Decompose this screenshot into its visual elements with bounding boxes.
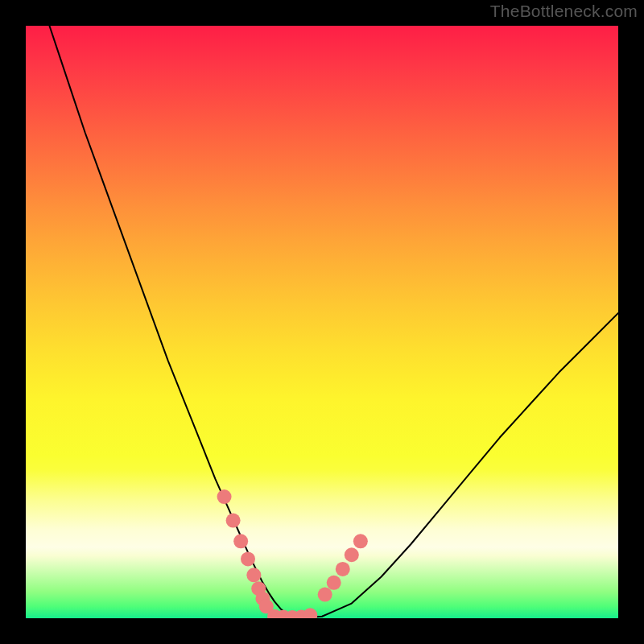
marker-dot (336, 562, 350, 576)
marker-dot (327, 576, 341, 590)
marker-dot (246, 568, 261, 582)
marker-dot (318, 588, 332, 602)
marker-dot (303, 608, 317, 618)
bottleneck-curve (49, 26, 618, 617)
marker-group (217, 489, 368, 618)
marker-dot (217, 489, 232, 504)
marker-dot (241, 551, 255, 566)
attribution-text: TheBottleneck.com (490, 2, 638, 21)
plot-area (26, 26, 618, 618)
marker-dot (353, 534, 368, 548)
curve-layer (26, 26, 618, 618)
marker-dot (345, 547, 359, 562)
frame: TheBottleneck.com (0, 0, 644, 644)
marker-dot (226, 514, 241, 528)
marker-dot (233, 534, 248, 548)
